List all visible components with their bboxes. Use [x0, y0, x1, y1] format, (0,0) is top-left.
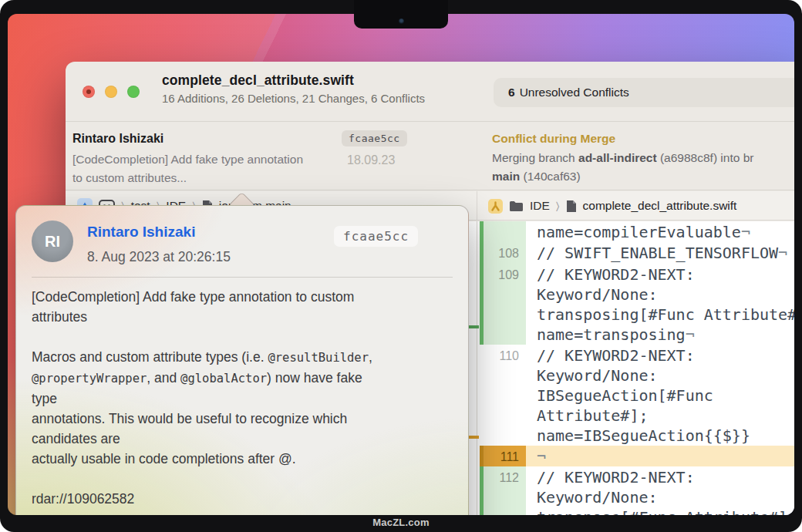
code-row: 112// KEYWORD2-NEXT:Keyword/None:transpo… [480, 466, 794, 515]
popover-commit-date: 8. Aug 2023 at 20:26:15 [87, 249, 231, 265]
commit-message-line2: to custom attributes... [72, 171, 187, 185]
code-row: name=compilerEvaluable¬ [480, 221, 794, 242]
line-number[interactable]: 109 [484, 264, 526, 345]
camera-icon [399, 19, 404, 24]
line-number[interactable]: 108 [484, 242, 526, 264]
watermark: MacZL.com [0, 517, 802, 530]
line-number[interactable]: 110 [484, 345, 526, 446]
commit-message-paragraph: Macros and custom attribute types (i.e. … [32, 347, 454, 469]
code-row: 109// KEYWORD2-NEXT:Keyword/None:transpo… [480, 264, 794, 345]
merge-description-line2: main (140caf63) [492, 170, 581, 184]
code-text: // KEYWORD2-NEXT:Keyword/None:transposin… [526, 264, 794, 345]
commit-hash-badge: fcaae5cc [342, 130, 407, 146]
window-title-block: complete_decl_attribute.swift 16 Additio… [162, 72, 425, 105]
line-number[interactable] [484, 221, 526, 242]
zoom-button[interactable] [127, 86, 140, 98]
conflict-during-merge-title: Conflict during Merge [492, 132, 615, 146]
jumpbar-separator: 〉 [556, 200, 560, 213]
jumpbar-item-folder[interactable]: IDE [530, 199, 550, 213]
display-notch [354, 0, 448, 29]
minimize-button[interactable] [105, 86, 117, 98]
popover-panel: RI Rintaro Ishizaki 8. Aug 2023 at 20:26… [15, 205, 469, 515]
commit-message-paragraph: rdar://109062582 [32, 489, 454, 509]
window-subtitle: 16 Additions, 26 Deletions, 21 Changes, … [162, 92, 425, 105]
code-row: 108// SWIFT_ENABLE_TENSORFLOW¬ [480, 242, 794, 264]
desktop-screen: complete_decl_attribute.swift 16 Additio… [8, 14, 794, 515]
macbook-frame: complete_decl_attribute.swift 16 Additio… [0, 0, 802, 532]
code-text: // KEYWORD2-NEXT:Keyword/None:IBSegueAct… [526, 345, 794, 446]
commit-popover: RI Rintaro Ishizaki 8. Aug 2023 at 20:26… [15, 205, 469, 515]
line-number[interactable]: 112 [484, 466, 526, 515]
merge-indicator-icon[interactable] [488, 199, 503, 214]
popover-hash-badge: fcaae5cc [334, 226, 418, 247]
avatar: RI [32, 221, 73, 262]
popover-commit-message: [CodeCompletion] Add fake type annotatio… [32, 287, 454, 515]
commit-date: 18.09.23 [347, 153, 395, 167]
conflicts-count: 6 [508, 86, 515, 99]
popover-author-link[interactable]: Rintaro Ishizaki [87, 224, 195, 241]
window-titlebar: complete_decl_attribute.swift 16 Additio… [66, 62, 794, 122]
commit-message-paragraph: [CodeCompletion] Add fake type annotatio… [32, 287, 454, 327]
commit-author: Rintaro Ishizaki [72, 132, 163, 146]
editor-pane-right[interactable]: name=compilerEvaluable¬108// SWIFT_ENABL… [477, 221, 794, 515]
merge-description-line1: Merging branch ad-all-indirect (a6988c8f… [492, 151, 753, 165]
code-text: // SWIFT_ENABLE_TENSORFLOW¬ [526, 242, 794, 264]
conflicts-label: Unresolved Conflicts [520, 86, 629, 99]
folder-icon [509, 200, 524, 212]
line-number[interactable]: 111 [484, 446, 526, 466]
code-row: 111¬ [480, 446, 794, 466]
code-text: // KEYWORD2-NEXT:Keyword/None:transpose[… [526, 466, 794, 515]
code-row: 110// KEYWORD2-NEXT:Keyword/None:IBSegue… [480, 345, 794, 446]
close-button[interactable] [83, 86, 95, 98]
commit-summary-bar: Rintaro Ishizaki [CodeCompletion] Add fa… [66, 123, 794, 190]
jump-bar-right: IDE 〉 complete_decl_attribute.swift [477, 191, 794, 221]
popover-divider [32, 277, 453, 278]
window-title: complete_decl_attribute.swift [162, 72, 425, 89]
unresolved-conflicts-button[interactable]: 6Unresolved Conflicts [494, 78, 794, 107]
jumpbar-item-file[interactable]: complete_decl_attribute.swift [583, 199, 737, 213]
code-text: name=compilerEvaluable¬ [526, 221, 794, 242]
code-text: ¬ [526, 446, 794, 466]
commit-message-line1: [CodeCompletion] Add fake type annotatio… [72, 153, 303, 167]
code-rows: name=compilerEvaluable¬108// SWIFT_ENABL… [480, 221, 794, 515]
document-icon [566, 200, 577, 213]
